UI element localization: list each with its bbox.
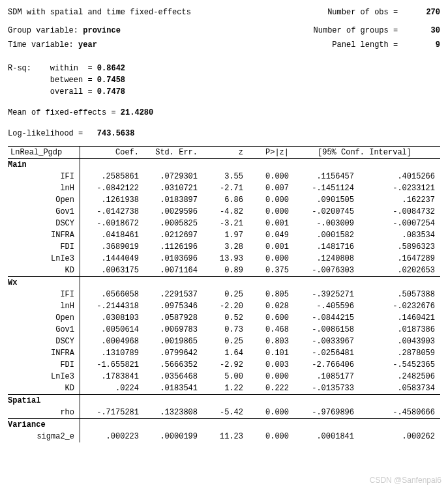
rsq-block: R-sq: within = 0.8642 between = 0.7458 o… [8, 63, 440, 98]
table-row: Gov1-.0142738.0029596-4.820.000-.0200745… [8, 206, 440, 218]
panellen: Panel length = 9 [332, 39, 440, 51]
header-line-1: SDM with spatial and time fixed-effects … [8, 7, 440, 18]
model-title: SDM with spatial and time fixed-effects [8, 7, 191, 18]
table-row: FDI-1.655821.5666352-2.920.003-2.766406-… [8, 359, 440, 371]
table-row: Open.1261938.01838976.860.000.0901505.16… [8, 194, 440, 206]
mean-fe: Mean of fixed-effects = 21.4280 [8, 107, 440, 119]
table-row: LnIe3.1783841.03564685.000.000.1085177.2… [8, 371, 440, 382]
table-row: sigma2_e.000223.000019911.230.000.000184… [8, 431, 440, 442]
results-table: LnReal_Pgdp Coef. Std. Err. z P>|z| [95%… [8, 146, 440, 442]
table-row: FDI.3689019.11261963.280.001.1481716.589… [8, 241, 440, 253]
header-line-3: Time variable: year Panel length = 9 [8, 39, 440, 51]
table-row: DSCY.0004968.00198650.250.803-.0033967.0… [8, 336, 440, 347]
table-row: IFI.0566058.22915370.250.805-.3925271.50… [8, 289, 440, 300]
table-row: lnH-.2144318.0975346-2.200.028-.405596-.… [8, 300, 440, 312]
table-row: Gov1.0050614.00697830.730.468-.0086158.0… [8, 324, 440, 336]
table-header: LnReal_Pgdp Coef. Std. Err. z P>|z| [95%… [8, 147, 440, 159]
table-row: Open.0308103.05879280.520.600-.0844215.1… [8, 312, 440, 324]
table-row: IFI.2585861.07293013.550.000.1156457.401… [8, 171, 440, 182]
table-row: DSCY-.0018672.0005825-3.210.001-.003009-… [8, 218, 440, 229]
table-row: rho-.7175281.1323808-5.420.000-.9769896-… [8, 407, 440, 419]
table-row: KD.0063175.00711640.890.375-.0076303.020… [8, 265, 440, 277]
table-row: lnH-.0842122.0310721-2.710.007-.1451124-… [8, 182, 440, 194]
header-line-2: Group variable: province Number of group… [8, 25, 440, 36]
ngroups: Number of groups = 30 [314, 25, 440, 36]
table-row: INFRA.1310789.07996421.640.101-.0256481.… [8, 347, 440, 359]
nobs: Number of obs = 270 [327, 7, 440, 18]
table-row: KD.0224.01835411.220.222-.0135733.058373… [8, 382, 440, 395]
log-likelihood: Log-likelihood = 743.5638 [8, 128, 440, 139]
table-row: LnIe3.1444049.010369613.930.000.1240808.… [8, 253, 440, 265]
table-row: INFRA.0418461.02126971.970.049.0001582.0… [8, 229, 440, 241]
